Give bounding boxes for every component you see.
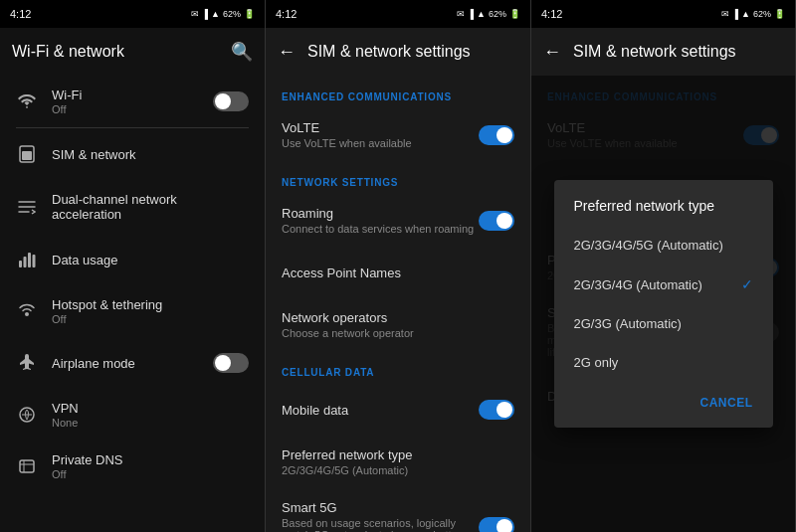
airplane-label: Airplane mode	[52, 356, 199, 371]
volte-toggle[interactable]	[479, 125, 514, 145]
smart5g-toggle[interactable]	[479, 517, 514, 533]
item-preferred-network[interactable]: Preferred network type 2G/3G/4G/5G (Auto…	[266, 436, 530, 488]
hotspot-label: Hotspot & tethering	[52, 297, 249, 312]
battery-percent: 62%	[223, 9, 241, 19]
signal-icon-3: ▐	[732, 9, 738, 19]
pref-net-text: Preferred network type 2G/3G/4G/5G (Auto…	[282, 447, 514, 476]
item-network-operators[interactable]: Network operators Choose a network opera…	[266, 298, 530, 351]
dialog-option-2[interactable]: 2G/3G (Automatic)	[554, 304, 773, 343]
item-apn[interactable]: Access Point Names	[266, 247, 530, 298]
item-smart5g[interactable]: Smart 5G Based on usage scenarios, logic…	[266, 488, 530, 532]
pref-net-subtitle: 2G/3G/4G/5G (Automatic)	[282, 464, 514, 476]
dialog-cancel-button[interactable]: CANCEL	[693, 390, 761, 416]
wifi-text: Wi-Fi Off	[52, 88, 199, 115]
svg-rect-8	[20, 460, 34, 472]
data-text: Data usage	[52, 253, 249, 267]
volte-text: VoLTE Use VoLTE when available	[282, 120, 479, 149]
search-button[interactable]: 🔍	[231, 41, 253, 63]
apn-text: Access Point Names	[282, 266, 514, 280]
dialog-option-2-label: 2G/3G (Automatic)	[574, 316, 682, 331]
status-bar-1: 4:12 ✉ ▐ ▲ 62% 🔋	[0, 0, 265, 28]
wifi-status-icon-3: ▲	[741, 9, 750, 19]
status-icons-2: ✉ ▐ ▲ 62% 🔋	[457, 9, 520, 19]
msg-icon-3: ✉	[721, 9, 729, 19]
hotspot-subtitle: Off	[52, 313, 249, 325]
svg-rect-1	[22, 151, 32, 160]
dialog-option-3-label: 2G only	[574, 355, 619, 370]
vpn-subtitle: None	[52, 417, 249, 429]
item-roaming[interactable]: Roaming Connect to data services when ro…	[266, 194, 530, 247]
dialog-option-1[interactable]: 2G/3G/4G (Automatic) ✓	[554, 265, 773, 304]
signal-icon-2: ▐	[468, 9, 474, 19]
preferred-network-dialog: Preferred network type 2G/3G/4G/5G (Auto…	[554, 180, 773, 428]
sim-text: SIM & network	[52, 147, 249, 162]
dialog-actions: CANCEL	[554, 382, 773, 428]
airplane-text: Airplane mode	[52, 356, 199, 371]
menu-item-airplane[interactable]: Airplane mode	[0, 337, 265, 389]
status-icons-3: ✉ ▐ ▲ 62% 🔋	[721, 9, 785, 19]
panel3-title: SIM & network settings	[573, 43, 783, 61]
wifi-toggle[interactable]	[213, 91, 249, 111]
panel2-topbar: ← SIM & network settings	[266, 28, 530, 76]
smart5g-text: Smart 5G Based on usage scenarios, logic…	[282, 500, 479, 532]
mobile-data-text: Mobile data	[282, 403, 479, 418]
dns-subtitle: Off	[52, 468, 249, 480]
mobile-data-label: Mobile data	[282, 403, 479, 418]
data-label: Data usage	[52, 253, 249, 267]
panel1-topbar: Wi-Fi & network 🔍	[0, 28, 265, 76]
hotspot-text: Hotspot & tethering Off	[52, 297, 249, 325]
dual-icon	[16, 196, 38, 218]
smart5g-label: Smart 5G	[282, 500, 479, 515]
vpn-label: VPN	[52, 401, 249, 416]
roaming-subtitle: Connect to data services when roaming	[282, 223, 479, 235]
menu-item-wifi[interactable]: Wi-Fi Off	[0, 76, 265, 127]
dialog-option-0[interactable]: 2G/3G/4G/5G (Automatic)	[554, 226, 773, 265]
status-bar-3: 4:12 ✉ ▐ ▲ 62% 🔋	[531, 0, 795, 28]
panel2-settings-list: ENHANCED COMMUNICATIONS VoLTE Use VoLTE …	[266, 76, 530, 532]
panel-sim-settings: 4:12 ✉ ▐ ▲ 62% 🔋 ← SIM & network setting…	[266, 0, 531, 532]
checkmark-icon: ✓	[741, 276, 753, 292]
battery-icon-2: 🔋	[509, 9, 520, 19]
status-bar-2: 4:12 ✉ ▐ ▲ 62% 🔋	[266, 0, 530, 28]
status-icons-1: ✉ ▐ ▲ 62% 🔋	[191, 9, 255, 19]
dialog-option-0-label: 2G/3G/4G/5G (Automatic)	[574, 238, 723, 253]
airplane-toggle[interactable]	[213, 353, 249, 373]
wifi-status-icon-2: ▲	[477, 9, 486, 19]
panel3-back-button[interactable]: ←	[543, 42, 561, 63]
menu-item-sim[interactable]: SIM & network	[0, 128, 265, 180]
net-op-label: Network operators	[282, 310, 514, 325]
msg-icon-2: ✉	[457, 9, 465, 19]
status-time-1: 4:12	[10, 8, 31, 20]
item-volte[interactable]: VoLTE Use VoLTE when available	[266, 108, 530, 161]
panel2-back-button[interactable]: ←	[278, 42, 296, 63]
item-mobile-data[interactable]: Mobile data	[266, 384, 530, 436]
net-op-text: Network operators Choose a network opera…	[282, 310, 514, 339]
svg-rect-4	[28, 253, 31, 267]
sim-label: SIM & network	[52, 147, 249, 162]
menu-item-dual[interactable]: Dual-channel network acceleration	[0, 180, 265, 234]
signal-icon: ▐	[202, 9, 208, 19]
roaming-toggle[interactable]	[479, 211, 514, 231]
panel2-title: SIM & network settings	[307, 43, 518, 61]
dialog-option-3[interactable]: 2G only	[554, 343, 773, 382]
menu-item-vpn[interactable]: VPN None	[0, 389, 265, 441]
panel-wifi-network: 4:12 ✉ ▐ ▲ 62% 🔋 Wi-Fi & network 🔍 Wi-Fi…	[0, 0, 266, 532]
dual-label: Dual-channel network acceleration	[52, 192, 249, 222]
svg-rect-2	[19, 261, 22, 267]
menu-item-hotspot[interactable]: Hotspot & tethering Off	[0, 285, 265, 337]
status-time-2: 4:12	[276, 8, 297, 20]
volte-subtitle: Use VoLTE when available	[282, 137, 479, 149]
panel3-topbar: ← SIM & network settings	[531, 28, 795, 76]
dialog-title: Preferred network type	[554, 180, 773, 226]
menu-item-data[interactable]: Data usage	[0, 234, 265, 285]
wifi-status-icon: ▲	[211, 9, 220, 19]
mobile-data-toggle[interactable]	[479, 400, 514, 420]
sim-icon	[16, 143, 38, 165]
wifi-subtitle: Off	[52, 103, 199, 115]
data-icon	[16, 249, 38, 270]
menu-item-dns[interactable]: Private DNS Off	[0, 441, 265, 492]
dialog-overlay: Preferred network type 2G/3G/4G/5G (Auto…	[531, 76, 795, 532]
volte-label: VoLTE	[282, 120, 479, 135]
vpn-text: VPN None	[52, 401, 249, 429]
svg-rect-5	[33, 255, 36, 267]
